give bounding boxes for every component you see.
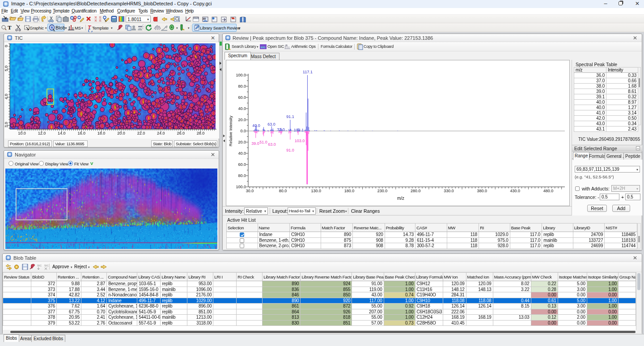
svg-text:16.0: 16.0 bbox=[77, 131, 85, 135]
svg-text:T: T bbox=[8, 24, 12, 31]
svg-text:100.0: 100.0 bbox=[236, 73, 246, 77]
svg-text:4.0: 4.0 bbox=[4, 94, 8, 100]
svg-text:280.0: 280.0 bbox=[411, 189, 421, 193]
svg-text:28.0: 28.0 bbox=[197, 131, 205, 135]
svg-text:30.0: 30.0 bbox=[246, 189, 254, 193]
svg-text:40.0: 40.0 bbox=[238, 106, 246, 111]
svg-text:80.0: 80.0 bbox=[279, 189, 287, 193]
svg-text:480.0: 480.0 bbox=[543, 189, 554, 193]
svg-text:sic: sic bbox=[261, 45, 266, 49]
svg-text:20.0: 20.0 bbox=[238, 140, 246, 144]
svg-text:91.1: 91.1 bbox=[286, 114, 294, 119]
svg-text:330.0: 330.0 bbox=[444, 189, 454, 193]
svg-text:380.0: 380.0 bbox=[477, 189, 487, 193]
svg-text:5.0: 5.0 bbox=[4, 66, 8, 72]
svg-text:130.0: 130.0 bbox=[311, 189, 322, 193]
svg-text:26.0: 26.0 bbox=[177, 131, 185, 135]
svg-text:180.0: 180.0 bbox=[344, 189, 355, 193]
svg-text:60.0: 60.0 bbox=[238, 162, 246, 167]
svg-text:100.0: 100.0 bbox=[236, 185, 246, 189]
svg-text:103.0: 103.0 bbox=[295, 139, 305, 143]
svg-text:T: T bbox=[88, 25, 92, 31]
svg-text:91.0: 91.0 bbox=[286, 148, 294, 152]
svg-text:0: 0 bbox=[4, 45, 8, 47]
svg-text:10.0: 10.0 bbox=[18, 131, 26, 135]
svg-text:Relative Intensity: Relative Intensity bbox=[229, 115, 233, 146]
svg-text:51.0: 51.0 bbox=[259, 140, 267, 144]
svg-text:12.0: 12.0 bbox=[38, 131, 46, 135]
svg-text:63.0: 63.0 bbox=[268, 142, 276, 147]
svg-text:20.0: 20.0 bbox=[117, 131, 125, 135]
svg-text:117.1: 117.1 bbox=[303, 70, 313, 74]
svg-text:m/z: m/z bbox=[397, 196, 404, 201]
svg-text:20.0: 20.0 bbox=[238, 118, 246, 122]
svg-text:63.0: 63.0 bbox=[267, 122, 275, 127]
svg-text:SIC: SIC bbox=[37, 264, 42, 267]
svg-text:SIC: SIC bbox=[44, 264, 49, 267]
svg-text:14.0: 14.0 bbox=[58, 131, 66, 135]
svg-text:39.0: 39.0 bbox=[251, 141, 259, 146]
svg-text:230.0: 230.0 bbox=[377, 189, 388, 193]
svg-text:24.0: 24.0 bbox=[157, 131, 165, 135]
svg-text:430.0: 430.0 bbox=[510, 189, 521, 193]
svg-text:0123: 0123 bbox=[194, 17, 199, 19]
svg-text:22.0: 22.0 bbox=[137, 131, 145, 135]
svg-text:3D: 3D bbox=[203, 17, 206, 20]
svg-text:77.0: 77.0 bbox=[277, 127, 285, 132]
svg-text:0.0: 0.0 bbox=[240, 129, 246, 133]
svg-text:103.1: 103.1 bbox=[294, 128, 304, 132]
svg-text:80.0: 80.0 bbox=[238, 173, 246, 178]
svg-text:#: # bbox=[285, 44, 287, 47]
svg-text:3.0: 3.0 bbox=[4, 122, 8, 128]
svg-text:18.0: 18.0 bbox=[97, 131, 106, 135]
svg-text:40.0: 40.0 bbox=[238, 151, 246, 156]
svg-text:80.0: 80.0 bbox=[238, 84, 246, 89]
svg-text:40.0: 40.0 bbox=[252, 123, 260, 128]
svg-text:60.0: 60.0 bbox=[238, 95, 246, 100]
